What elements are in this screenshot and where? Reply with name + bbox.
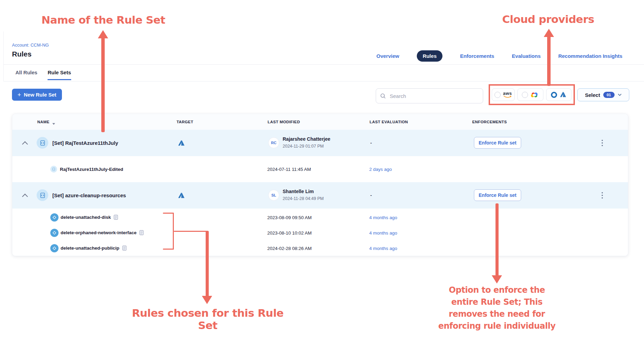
window-edge	[3, 32, 4, 81]
tab-rule-sets[interactable]: Rule Sets	[48, 70, 71, 80]
select-label: Select	[585, 92, 600, 98]
ruleset-row[interactable]: [Set] RajTestAzure11thJuly RC Rajarshee …	[12, 130, 628, 156]
gcp-radio[interactable]	[522, 92, 528, 98]
new-rule-set-button[interactable]: + New Rule Set	[12, 89, 62, 101]
owner-name: Shantelle Lim	[283, 189, 314, 194]
rule-modified-date: 2023-08-10 10:02 AM	[267, 230, 312, 236]
bracket-stem	[174, 231, 207, 232]
arrow-shaft	[206, 231, 209, 297]
nav-rules[interactable]: Rules	[417, 50, 442, 62]
search-box[interactable]	[376, 88, 483, 103]
enforce-rule-set-button[interactable]: Enforce Rule set	[474, 189, 521, 201]
arrow-shaft	[547, 36, 551, 86]
rule-modified-date: 2023-08-09 09:50 AM	[267, 215, 312, 220]
modified-date: 2024-11-28 04:49 PM	[283, 196, 324, 201]
bracket-top	[163, 213, 174, 214]
provider-toggle-aws[interactable]: aws	[492, 88, 515, 101]
rules-list: delete-unattached-disk 2023-08-09 09:50 …	[12, 209, 628, 256]
owner-name: Rajarshee Chatterjee	[283, 136, 330, 142]
enforce-rule-set-button[interactable]: Enforce Rule set	[474, 137, 521, 149]
annotation-cloud-providers: Cloud providers	[495, 13, 601, 25]
annotation-line: Option to enforce the	[425, 284, 569, 296]
ruleset-name[interactable]: [Set] azure-cleanup-resources	[52, 192, 126, 198]
breadcrumb-account[interactable]: Account: CCM-NG	[12, 42, 49, 48]
annotation-rules-chosen: Rules chosen for this Rule Set	[125, 307, 290, 331]
rule-evaluation-link[interactable]: 4 months ago	[369, 215, 397, 220]
ruleset-name[interactable]: [Set] RajTestAzure11thJuly	[52, 140, 118, 146]
rule-row[interactable]: RajTestAzure11thJuly-Edited 2024-07-11 1…	[12, 156, 628, 182]
rule-evaluation-link[interactable]: 4 months ago	[369, 230, 397, 236]
rule-modified-date: 2024-02-28 08:26 AM	[267, 246, 312, 251]
rule-row[interactable]: delete-orphaned-network-interface 2023-0…	[12, 225, 628, 241]
collapse-chevron-icon[interactable]	[22, 141, 28, 147]
rule-evaluation-link[interactable]: 4 months ago	[369, 246, 397, 251]
evaluation-value: -	[370, 140, 372, 146]
plus-icon: +	[17, 92, 21, 98]
document-icon[interactable]	[114, 215, 118, 220]
arrow-down-icon	[492, 275, 502, 284]
column-enforcements: ENFORCEMENTS	[472, 114, 507, 130]
bracket-bottom	[163, 249, 174, 250]
column-target: TARGET	[177, 114, 193, 130]
chevron-down-icon	[618, 93, 622, 96]
tab-all-rules[interactable]: All Rules	[15, 70, 37, 80]
select-count-badge: 01	[603, 92, 615, 98]
azure-radio-selected[interactable]	[551, 92, 557, 98]
evaluation-value: -	[370, 192, 372, 198]
rule-name[interactable]: delete-unattached-publicip	[61, 246, 127, 251]
page-title: Rules	[12, 50, 31, 58]
kebab-menu-icon[interactable]	[602, 140, 603, 148]
annotation-line: enforcing rule individually	[425, 320, 569, 332]
provider-toggle-gcp[interactable]	[517, 88, 543, 101]
column-last-evaluation: LAST EVALUATION	[370, 114, 408, 130]
rule-icon	[50, 229, 59, 237]
nav-enforcements[interactable]: Enforcements	[460, 53, 494, 59]
ruleset-icon	[37, 189, 48, 201]
arrow-down-icon	[202, 296, 212, 304]
avatar: RC	[268, 137, 279, 148]
nav-recommendation-insights[interactable]: Recommendation Insights	[558, 53, 622, 59]
search-input[interactable]	[389, 93, 479, 99]
rule-row[interactable]: delete-unattached-publicip 2024-02-28 08…	[12, 241, 628, 256]
nav-overview[interactable]: Overview	[376, 53, 399, 59]
arrow-shaft	[101, 37, 105, 132]
column-name[interactable]: NAME	[37, 114, 49, 130]
gcp-icon	[530, 91, 539, 98]
rule-mini-icon	[50, 166, 57, 173]
rule-name[interactable]: delete-unattached-disk	[61, 215, 118, 220]
column-last-modified: LAST MODIFIED	[268, 114, 300, 130]
select-dropdown[interactable]: Select 01	[577, 88, 629, 101]
rule-name[interactable]: RajTestAzure11thJuly-Edited	[60, 167, 123, 172]
kebab-menu-icon[interactable]	[602, 192, 603, 200]
annotation-line: removes the need for	[425, 308, 569, 320]
ruleset-icon	[37, 137, 48, 149]
rule-name[interactable]: delete-orphaned-network-interface	[61, 230, 144, 235]
rule-icon	[50, 244, 59, 252]
avatar: SL	[268, 190, 279, 201]
annotation-enforce-rule-set: Option to enforce the entire Rule Set; T…	[425, 284, 569, 332]
azure-icon	[559, 91, 567, 98]
rule-evaluation-link[interactable]: 2 days ago	[369, 167, 392, 172]
ruleset-row[interactable]: [Set] azure-cleanup-resources SL Shantel…	[12, 182, 628, 209]
arrow-shaft	[495, 203, 499, 276]
page: Account: CCM-NG Rules Overview Rules Enf…	[0, 0, 644, 352]
aws-radio[interactable]	[494, 92, 501, 98]
sort-caret-icon[interactable]	[52, 121, 55, 127]
new-rule-set-label: New Rule Set	[24, 92, 56, 98]
azure-target-icon	[178, 139, 185, 148]
provider-toggle-azure[interactable]	[546, 88, 571, 101]
rule-icon	[50, 213, 59, 222]
search-icon	[380, 93, 386, 99]
rule-modified-date: 2024-07-11 11:45 AM	[267, 167, 311, 172]
top-nav: Overview Rules Enforcements Evaluations …	[376, 50, 622, 62]
rule-row[interactable]: delete-unattached-disk 2023-08-09 09:50 …	[12, 210, 628, 225]
document-icon[interactable]	[139, 230, 144, 235]
document-icon[interactable]	[122, 246, 127, 251]
tab-bar: All Rules Rule Sets	[15, 70, 71, 80]
annotation-name-of-rule-set: Name of the Rule Set	[38, 14, 168, 26]
nav-evaluations[interactable]: Evaluations	[512, 53, 541, 59]
collapse-chevron-icon[interactable]	[22, 194, 28, 200]
modified-date: 2024-11-29 01:07 PM	[283, 144, 324, 149]
azure-target-icon	[178, 192, 185, 201]
rule-sets-table: NAME TARGET LAST MODIFIED LAST EVALUATIO…	[12, 114, 628, 256]
